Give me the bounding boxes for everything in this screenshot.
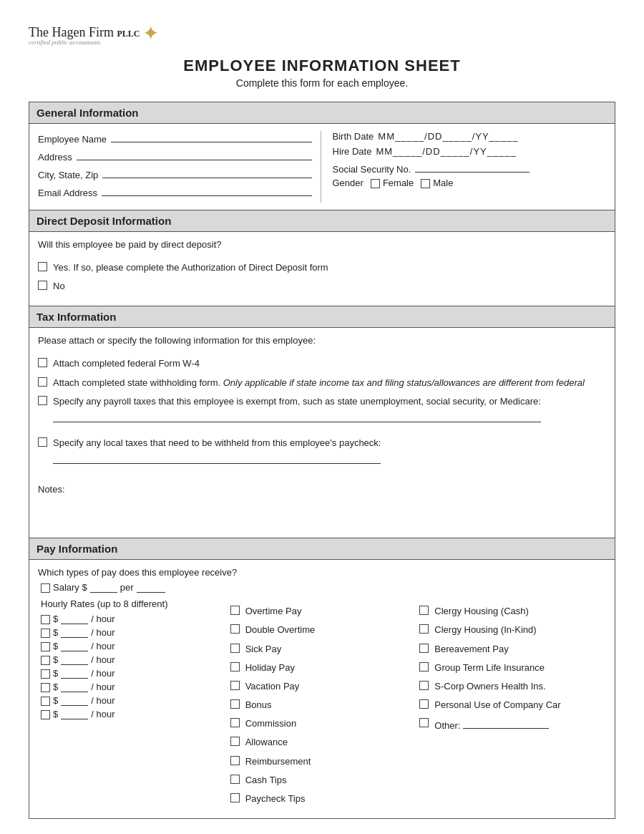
clergy-kind-checkbox[interactable] — [419, 624, 429, 634]
hourly-label: Hourly Rates (up to 8 different) — [41, 598, 225, 609]
tax-w4-row: Attach completed federal Form W-4 — [38, 357, 606, 370]
pay-overtime-row: Overtime Pay — [230, 605, 414, 618]
hourly-2-field[interactable] — [61, 628, 88, 638]
general-info-columns: Employee Name Address City, State, Zip E… — [38, 131, 606, 203]
direct-deposit-body: Will this employee be paid by direct dep… — [29, 232, 615, 306]
general-info-header: General Information — [29, 102, 615, 124]
logo-star: ✦ — [142, 21, 159, 45]
employee-name-field[interactable] — [111, 131, 311, 142]
pay-commission-row: Commission — [230, 717, 414, 730]
hourly-6-checkbox[interactable] — [41, 683, 50, 692]
tax-w4-text: Attach completed federal Form W-4 — [53, 357, 200, 370]
pay-columns: Salary $ per Hourly Rates (up to 8 diffe… — [38, 582, 606, 811]
hourly-row-3: $ / hour — [41, 641, 225, 651]
company-car-checkbox[interactable] — [419, 699, 429, 709]
reimbursement-checkbox[interactable] — [230, 756, 240, 765]
paycheck-tips-checkbox[interactable] — [230, 793, 240, 803]
salary-row: Salary $ per — [41, 582, 225, 593]
hourly-7-field[interactable] — [61, 696, 88, 706]
birth-date-field[interactable]: MM_____/DD_____/YY_____ — [378, 131, 518, 142]
bereavement-checkbox[interactable] — [419, 644, 429, 653]
pay-col-2: Overtime Pay Double Overtime Sick Pay Ho… — [228, 582, 417, 811]
overtime-checkbox[interactable] — [230, 606, 240, 615]
ssn-field[interactable] — [415, 161, 530, 173]
hourly-2-checkbox[interactable] — [41, 629, 50, 638]
sick-pay-checkbox[interactable] — [230, 644, 240, 653]
tax-state-checkbox[interactable] — [38, 377, 47, 387]
hourly-7-checkbox[interactable] — [41, 697, 50, 706]
double-overtime-checkbox[interactable] — [230, 624, 240, 634]
direct-deposit-yes-text: Yes. If so, please complete the Authoriz… — [53, 261, 328, 274]
other-field[interactable] — [463, 717, 549, 729]
pay-vacation-row: Vacation Pay — [230, 680, 414, 693]
salary-checkbox[interactable] — [41, 583, 50, 593]
other-checkbox[interactable] — [419, 718, 429, 727]
hourly-1-checkbox[interactable] — [41, 615, 50, 624]
commission-checkbox[interactable] — [230, 718, 240, 727]
direct-deposit-no-row: No — [38, 280, 606, 293]
ssn-row: Social Security No. — [333, 161, 607, 175]
address-field[interactable] — [77, 149, 312, 160]
hourly-1-field[interactable] — [61, 614, 88, 624]
pay-col-3: Clergy Housing (Cash) Clergy Housing (In… — [416, 582, 606, 811]
city-state-zip-field[interactable] — [102, 167, 311, 178]
male-checkbox[interactable] — [421, 179, 430, 188]
email-field[interactable] — [102, 185, 311, 196]
hourly-4-field[interactable] — [61, 655, 88, 665]
hourly-5-checkbox[interactable] — [41, 669, 50, 679]
female-checkbox[interactable] — [371, 179, 380, 188]
hourly-6-field[interactable] — [61, 682, 88, 692]
hourly-4-checkbox[interactable] — [41, 656, 50, 665]
hourly-row-6: $ / hour — [41, 682, 225, 692]
pay-double-overtime-row: Double Overtime — [230, 624, 414, 636]
hire-date-field[interactable]: MM_____/DD_____/YY_____ — [376, 146, 516, 157]
bonus-checkbox[interactable] — [230, 699, 240, 709]
tax-info-body: Please attach or specify the following i… — [29, 328, 615, 538]
pay-clergy-cash-row: Clergy Housing (Cash) — [419, 605, 603, 618]
hourly-8-checkbox[interactable] — [41, 710, 50, 719]
tax-w4-checkbox[interactable] — [38, 358, 47, 367]
female-option[interactable]: Female — [371, 178, 414, 188]
male-option[interactable]: Male — [421, 178, 453, 188]
hire-date-row: Hire Date MM_____/DD_____/YY_____ — [333, 146, 607, 157]
pay-cash-tips-row: Cash Tips — [230, 774, 414, 787]
tax-local-checkbox[interactable] — [38, 437, 47, 447]
vacation-pay-checkbox[interactable] — [230, 681, 240, 690]
tax-info-header: Tax Information — [29, 306, 615, 328]
tax-local-field[interactable] — [53, 452, 381, 464]
hourly-5-field[interactable] — [61, 669, 88, 679]
holiday-pay-checkbox[interactable] — [230, 662, 240, 671]
pay-holiday-row: Holiday Pay — [230, 661, 414, 674]
general-info-section: General Information Employee Name Addres… — [29, 102, 615, 210]
hourly-8-field[interactable] — [61, 709, 88, 719]
group-life-checkbox[interactable] — [419, 662, 429, 671]
pay-paycheck-tips-row: Paycheck Tips — [230, 792, 414, 805]
pay-info-body: Which types of pay does this employee re… — [29, 560, 615, 818]
direct-deposit-section: Direct Deposit Information Will this emp… — [29, 210, 615, 306]
direct-deposit-no-checkbox[interactable] — [38, 281, 47, 290]
tax-state-text: Attach completed state withholding form.… — [53, 377, 585, 389]
tax-payroll-field[interactable] — [53, 411, 541, 422]
hourly-3-field[interactable] — [61, 641, 88, 651]
tax-state-row: Attach completed state withholding form.… — [38, 377, 606, 389]
cash-tips-checkbox[interactable] — [230, 775, 240, 784]
notes-row: Notes: — [38, 484, 606, 495]
pay-question: Which types of pay does this employee re… — [38, 567, 606, 578]
tax-payroll-checkbox[interactable] — [38, 396, 47, 405]
scorp-checkbox[interactable] — [419, 681, 429, 690]
tax-payroll-text: Specify any payroll taxes that this empl… — [53, 395, 541, 424]
tax-local-text: Specify any local taxes that need to be … — [53, 437, 381, 465]
salary-field[interactable] — [90, 583, 117, 593]
pay-company-car-row: Personal Use of Company Car — [419, 699, 603, 712]
direct-deposit-yes-row: Yes. If so, please complete the Authoriz… — [38, 261, 606, 274]
pay-reimbursement-row: Reimbursement — [230, 755, 414, 768]
direct-deposit-yes-checkbox[interactable] — [38, 262, 47, 271]
firm-name: The Hagen Firm PLLC certified public acc… — [29, 26, 140, 47]
allowance-checkbox[interactable] — [230, 737, 240, 746]
clergy-cash-checkbox[interactable] — [419, 606, 429, 615]
gender-row: Gender Female Male — [333, 178, 607, 188]
hourly-row-8: $ / hour — [41, 709, 225, 719]
per-field[interactable] — [137, 583, 165, 593]
tax-local-row: Specify any local taxes that need to be … — [38, 437, 606, 465]
hourly-3-checkbox[interactable] — [41, 642, 50, 651]
